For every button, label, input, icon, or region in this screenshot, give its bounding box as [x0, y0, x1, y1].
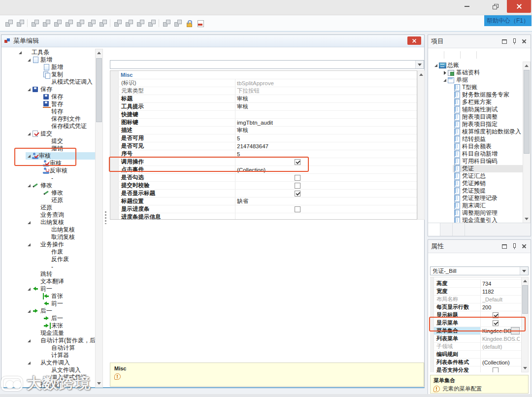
- property-value[interactable]: imgTbtn_audit: [235, 120, 417, 126]
- expander-icon[interactable]: [37, 301, 43, 307]
- expander-icon[interactable]: [37, 249, 43, 255]
- tree-scrollbar[interactable]: [95, 49, 103, 388]
- expander-icon[interactable]: [37, 353, 43, 359]
- ellipsis-button[interactable]: ...: [511, 327, 520, 334]
- checkbox[interactable]: [493, 367, 499, 373]
- property-value[interactable]: Kingdee.BOS.... ...: [481, 327, 521, 334]
- menu-tree-item[interactable]: 跳转: [4, 270, 95, 278]
- panel-tab[interactable]: [453, 223, 465, 236]
- category-row[interactable]: Misc: [110, 71, 417, 79]
- checkbox[interactable]: [295, 206, 300, 212]
- property-row[interactable]: 图标键 imgTbtn_audit: [110, 119, 417, 127]
- menu-tree-item[interactable]: 末张: [4, 322, 95, 330]
- menu-tree-item[interactable]: 前一: [4, 300, 95, 307]
- property-row[interactable]: 显示进度条: [110, 205, 417, 213]
- property-row[interactable]: 是否可见 2147483647: [110, 142, 417, 150]
- toolbar-icon[interactable]: [52, 18, 63, 28]
- expander-icon[interactable]: [448, 210, 454, 216]
- menu-tree-item[interactable]: 审核: [4, 152, 95, 160]
- menu-tree-item[interactable]: 新增: [4, 64, 95, 71]
- menu-tree-item[interactable]: 还原: [4, 197, 95, 204]
- panel-tab[interactable]: [428, 223, 440, 236]
- dropdown-arrow-icon[interactable]: [415, 61, 424, 68]
- property-toolbar-icon[interactable]: [110, 50, 120, 59]
- property-row[interactable]: 点击事件 (Collection): [110, 166, 417, 174]
- expander-icon[interactable]: [37, 138, 43, 144]
- property-row[interactable]: 每页显示行数 200: [430, 303, 521, 311]
- menu-tree-item[interactable]: 前一: [4, 285, 95, 293]
- project-tree-item[interactable]: 结转损益: [430, 135, 523, 143]
- expander-icon[interactable]: [448, 159, 454, 165]
- menu-tree-item[interactable]: 从模式凭证调入: [4, 78, 95, 86]
- menu-tree-item[interactable]: 计算器: [4, 352, 95, 359]
- expander-icon[interactable]: [37, 198, 43, 203]
- scrollbar-thumb[interactable]: [522, 285, 528, 314]
- expander-icon[interactable]: [448, 144, 454, 150]
- property-row[interactable]: 编码规则: [430, 351, 521, 359]
- project-tree-item[interactable]: 财务数据服务专家: [430, 91, 523, 99]
- object-selector-combo[interactable]: 凭证-_Bill: [430, 266, 529, 275]
- toolbar-icon[interactable]: [74, 18, 86, 28]
- expander-icon[interactable]: [37, 375, 43, 381]
- expander-icon[interactable]: [26, 382, 32, 388]
- checkbox[interactable]: [295, 159, 300, 165]
- restore-button[interactable]: [487, 0, 504, 13]
- property-row[interactable]: 菜单集合 Kingdee.BOS.... ...: [430, 327, 521, 335]
- expander-icon[interactable]: [442, 70, 448, 76]
- expander-icon[interactable]: [26, 360, 32, 366]
- expander-icon[interactable]: [37, 124, 43, 130]
- expander-icon[interactable]: [448, 129, 454, 135]
- property-row[interactable]: 描述 审核: [110, 127, 417, 134]
- property-value[interactable]: 734: [481, 281, 521, 287]
- menu-tree-item[interactable]: 转存: [4, 108, 95, 115]
- property-row[interactable]: 快捷键: [110, 111, 417, 119]
- toolbar-icon[interactable]: [134, 18, 146, 28]
- project-tree-item[interactable]: 核算维度初始数据录入: [430, 128, 523, 135]
- scroll-down-icon[interactable]: [96, 380, 102, 387]
- menu-tree-item[interactable]: 新增: [4, 56, 95, 64]
- scroll-up-icon[interactable]: [418, 71, 425, 78]
- toolbar-icon[interactable]: [108, 18, 112, 28]
- scroll-up-icon[interactable]: [522, 277, 529, 285]
- expander-icon[interactable]: [37, 234, 43, 240]
- menu-tree-item[interactable]: 调入模式凭证: [4, 374, 95, 381]
- property-value[interactable]: 5: [235, 151, 417, 157]
- toolbar-icon[interactable]: [26, 18, 29, 28]
- project-tree-item[interactable]: 凭证预提: [430, 187, 523, 195]
- float-window-icon[interactable]: [501, 243, 508, 250]
- menu-tree-item[interactable]: 撤销: [4, 145, 95, 152]
- expander-icon[interactable]: [433, 63, 439, 68]
- property-row[interactable]: 高度 734: [430, 280, 521, 288]
- expander-icon[interactable]: [448, 107, 454, 113]
- pin-icon[interactable]: [511, 243, 518, 250]
- property-value[interactable]: (default): [481, 344, 521, 350]
- project-toolbar-icon[interactable]: [459, 50, 462, 60]
- minimize-button[interactable]: [459, 0, 475, 13]
- expander-icon[interactable]: [37, 101, 43, 107]
- menu-tree-item[interactable]: 反审核: [4, 167, 95, 174]
- menu-tree-item[interactable]: 出纳复核: [4, 226, 95, 233]
- expander-icon[interactable]: [448, 99, 454, 105]
- property-value[interactable]: 审核: [235, 127, 417, 134]
- expander-icon[interactable]: [26, 153, 32, 159]
- scroll-up-icon[interactable]: [523, 62, 530, 69]
- expander-icon[interactable]: [37, 109, 43, 115]
- expander-icon[interactable]: [442, 77, 448, 83]
- project-tree-item[interactable]: 基础资料: [430, 69, 523, 76]
- project-toolbar-icon[interactable]: [447, 50, 457, 60]
- property-row[interactable]: 标题位置 缺省: [110, 198, 417, 205]
- menu-tree-item[interactable]: 自动计算(暂作废，后期...: [4, 337, 95, 344]
- property-value[interactable]: 审核: [235, 95, 417, 102]
- expander-icon[interactable]: [37, 294, 43, 299]
- expander-icon[interactable]: [26, 279, 32, 285]
- menu-tree-item[interactable]: 打印设置: [4, 381, 95, 388]
- dropdown-arrow-icon[interactable]: [520, 267, 528, 275]
- property-value[interactable]: [481, 320, 521, 326]
- project-tree-item[interactable]: 科目余额表: [430, 143, 523, 150]
- toolbar-icon[interactable]: [63, 18, 74, 28]
- scroll-down-icon[interactable]: [522, 364, 529, 372]
- menu-tree-item[interactable]: 作废: [4, 248, 95, 256]
- splitter[interactable]: [103, 48, 108, 388]
- properties-scrollbar[interactable]: [521, 277, 529, 372]
- property-toolbar-icon[interactable]: [465, 255, 475, 265]
